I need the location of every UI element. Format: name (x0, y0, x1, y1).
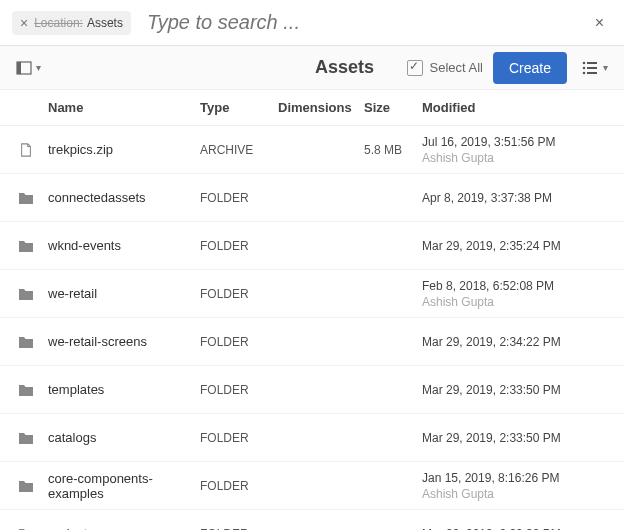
file-icon (12, 143, 40, 157)
table-row[interactable]: we-retailFOLDERFeb 8, 2018, 6:52:08 PMAs… (0, 270, 624, 318)
rail-toggle[interactable]: ▾ (12, 56, 45, 80)
asset-name: core-components-examples (40, 471, 200, 501)
svg-rect-5 (587, 67, 597, 69)
asset-modified: Feb 8, 2018, 6:52:08 PMAshish Gupta (422, 279, 612, 309)
svg-rect-1 (17, 62, 21, 74)
asset-type: FOLDER (200, 383, 278, 397)
folder-icon (12, 431, 40, 445)
asset-type: FOLDER (200, 527, 278, 531)
column-dimensions[interactable]: Dimensions (278, 100, 364, 115)
select-all-label: Select All (429, 60, 482, 75)
svg-rect-7 (587, 72, 597, 74)
checkbox-icon (407, 60, 423, 76)
search-bar: × Location: Assets × (0, 0, 624, 46)
table-row[interactable]: projectsFOLDERMar 29, 2019, 2:32:32 PM (0, 510, 624, 530)
svg-point-6 (583, 71, 586, 74)
asset-name: templates (40, 382, 200, 397)
asset-modified: Mar 29, 2019, 2:35:24 PM (422, 239, 612, 253)
tag-value: Assets (87, 16, 123, 30)
asset-type: ARCHIVE (200, 143, 278, 157)
table-row[interactable]: core-components-examplesFOLDERJan 15, 20… (0, 462, 624, 510)
location-tag[interactable]: × Location: Assets (12, 11, 131, 35)
asset-modified: Jul 16, 2019, 3:51:56 PMAshish Gupta (422, 135, 612, 165)
asset-name: we-retail-screens (40, 334, 200, 349)
asset-list: trekpics.zipARCHIVE5.8 MBJul 16, 2019, 3… (0, 126, 624, 530)
columns-header: Name Type Dimensions Size Modified (0, 90, 624, 126)
asset-name: we-retail (40, 286, 200, 301)
asset-type: FOLDER (200, 239, 278, 253)
asset-modified: Mar 29, 2019, 2:33:50 PM (422, 431, 612, 445)
asset-modified: Mar 29, 2019, 2:32:32 PM (422, 527, 612, 531)
folder-icon (12, 239, 40, 253)
close-icon[interactable]: × (20, 15, 28, 31)
folder-icon (12, 287, 40, 301)
rail-icon (16, 60, 32, 76)
column-name[interactable]: Name (40, 100, 200, 115)
svg-point-4 (583, 66, 586, 69)
asset-modified: Apr 8, 2019, 3:37:38 PM (422, 191, 612, 205)
column-modified[interactable]: Modified (422, 100, 612, 115)
table-row[interactable]: wknd-eventsFOLDERMar 29, 2019, 2:35:24 P… (0, 222, 624, 270)
folder-icon (12, 191, 40, 205)
folder-icon (12, 527, 40, 531)
asset-modified: Mar 29, 2019, 2:33:50 PM (422, 383, 612, 397)
close-search-icon[interactable]: × (587, 10, 612, 36)
asset-name: catalogs (40, 430, 200, 445)
folder-icon (12, 383, 40, 397)
search-input[interactable] (143, 7, 587, 38)
folder-icon (12, 479, 40, 493)
asset-name: wknd-events (40, 238, 200, 253)
asset-type: FOLDER (200, 431, 278, 445)
asset-type: FOLDER (200, 191, 278, 205)
asset-modified: Mar 29, 2019, 2:34:22 PM (422, 335, 612, 349)
table-row[interactable]: we-retail-screensFOLDERMar 29, 2019, 2:3… (0, 318, 624, 366)
svg-point-2 (583, 61, 586, 64)
chevron-down-icon: ▾ (603, 62, 608, 73)
asset-type: FOLDER (200, 287, 278, 301)
tag-label: Location: (34, 16, 83, 30)
column-type[interactable]: Type (200, 100, 278, 115)
toolbar: ▾ Assets Select All Create ▾ (0, 46, 624, 90)
table-row[interactable]: connectedassetsFOLDERApr 8, 2019, 3:37:3… (0, 174, 624, 222)
column-size[interactable]: Size (364, 100, 422, 115)
select-all-button[interactable]: Select All (407, 60, 482, 76)
table-row[interactable]: templatesFOLDERMar 29, 2019, 2:33:50 PM (0, 366, 624, 414)
asset-type: FOLDER (200, 335, 278, 349)
list-view-icon (581, 59, 599, 77)
chevron-down-icon: ▾ (36, 62, 41, 73)
asset-size: 5.8 MB (364, 143, 422, 157)
asset-name: connectedassets (40, 190, 200, 205)
asset-modified: Jan 15, 2019, 8:16:26 PMAshish Gupta (422, 471, 612, 501)
table-row[interactable]: catalogsFOLDERMar 29, 2019, 2:33:50 PM (0, 414, 624, 462)
view-switcher[interactable]: ▾ (577, 55, 612, 81)
page-title: Assets (315, 57, 374, 78)
folder-icon (12, 335, 40, 349)
asset-name: trekpics.zip (40, 142, 200, 157)
asset-type: FOLDER (200, 479, 278, 493)
create-button[interactable]: Create (493, 52, 567, 84)
asset-name: projects (40, 526, 200, 530)
svg-rect-3 (587, 62, 597, 64)
table-row[interactable]: trekpics.zipARCHIVE5.8 MBJul 16, 2019, 3… (0, 126, 624, 174)
